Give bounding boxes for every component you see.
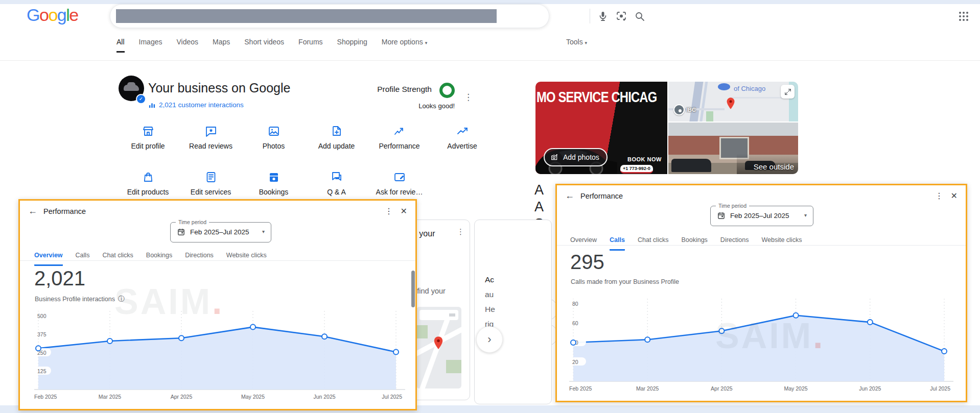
chart-point[interactable] (107, 338, 112, 344)
action-edit-profile[interactable]: Edit profile (116, 125, 179, 150)
performance-tab-overview[interactable]: Overview (570, 236, 597, 251)
chart-point[interactable] (719, 328, 724, 333)
profile-strength-ring[interactable] (439, 83, 455, 98)
performance-tab-directions[interactable]: Directions (720, 236, 749, 251)
caret-down-icon: ▾ (585, 40, 588, 45)
performance-tab-bookings[interactable]: Bookings (681, 236, 707, 251)
search-tab-more-options[interactable]: More options▾ (382, 38, 427, 53)
page: Google AllImagesVideosMapsShort videosFo… (0, 0, 980, 413)
street-view-thumbnail[interactable]: See outside (668, 123, 798, 174)
close-icon[interactable]: ✕ (951, 191, 958, 201)
performance-tab-chat-clicks[interactable]: Chat clicks (102, 252, 133, 266)
overflow-menu-icon[interactable]: ⋮ (935, 191, 943, 201)
apps-grid-icon[interactable] (958, 10, 970, 22)
camera-add-icon (550, 153, 559, 161)
time-period-field[interactable]: Time period Feb 2025–Jul 2025 ▾ (170, 222, 271, 242)
map-thumbnail[interactable]: of Chicago IBC (668, 82, 798, 122)
svg-text:60: 60 (572, 320, 578, 326)
time-period-value: Feb 2025–Jul 2025 (190, 228, 249, 236)
time-period-value: Feb 2025–Jul 2025 (730, 212, 789, 220)
search-tab-images[interactable]: Images (139, 38, 162, 53)
add-photos-button[interactable]: Add photos (544, 148, 608, 166)
caret-down-icon: ▾ (804, 212, 807, 218)
profile-strength-label: Profile Strength (353, 85, 432, 94)
logo-letter: e (69, 5, 78, 25)
search-bar[interactable] (110, 4, 549, 28)
time-period-field[interactable]: Time period Feb 2025–Jul 2025 ▾ (710, 206, 813, 226)
panel-scrollbar[interactable] (411, 271, 415, 307)
chart-point[interactable] (322, 334, 327, 339)
logo-letter: G (27, 5, 39, 25)
search-tab-short-videos[interactable]: Short videos (244, 38, 284, 53)
action-bookings[interactable]: Bookings (242, 171, 305, 196)
chart-point[interactable] (393, 350, 399, 355)
chart-point[interactable] (250, 325, 255, 330)
back-icon[interactable]: ← (565, 190, 574, 201)
performance-tab-website-clicks[interactable]: Website clicks (226, 252, 267, 266)
action-performance[interactable]: Performance (368, 125, 431, 150)
map-expand-button[interactable] (781, 85, 795, 99)
services-list-icon (205, 171, 217, 183)
map-marker-dot (673, 104, 685, 115)
knowledge-name-fragment: A (534, 182, 557, 199)
action-advertise[interactable]: Advertise (431, 125, 494, 150)
search-tab-shopping[interactable]: Shopping (337, 38, 367, 53)
search-tab-all[interactable]: All (116, 38, 125, 53)
metric-label: Business Profile interactions ⓘ (35, 295, 125, 304)
logo-letter: o (48, 5, 57, 25)
chart-point[interactable] (794, 313, 799, 318)
lens-icon[interactable] (615, 10, 627, 22)
chart-point[interactable] (645, 337, 650, 342)
google-logo[interactable]: Google (27, 5, 78, 25)
overflow-menu-icon[interactable]: ⋮ (385, 206, 393, 216)
performance-tab-overview[interactable]: Overview (34, 252, 63, 266)
svg-text:Mar 2025: Mar 2025 (636, 385, 659, 392)
calendar-icon (717, 211, 726, 220)
performance-tab-directions[interactable]: Directions (185, 252, 214, 266)
chart-point[interactable] (36, 346, 41, 351)
svg-text:Feb 2025: Feb 2025 (34, 394, 57, 400)
action-read-reviews[interactable]: Read reviews (179, 125, 242, 150)
rate-review-icon (205, 125, 217, 137)
card-overflow-menu[interactable]: ⋮ (457, 227, 464, 236)
performance-tab-calls[interactable]: Calls (76, 252, 90, 266)
business-overflow-menu[interactable]: ⋮ (464, 92, 473, 103)
svg-text:May 2025: May 2025 (784, 385, 808, 392)
tools-menu[interactable]: Tools ▾ (566, 38, 587, 46)
search-tab-forums[interactable]: Forums (298, 38, 322, 53)
business-banner-photo[interactable]: MO SERVICE CHICAG BOOK NOW +1 773-992-0 … (535, 82, 667, 174)
review-request-icon (393, 171, 406, 183)
map-pin-icon (433, 335, 444, 351)
shopping-bag-icon (142, 171, 154, 183)
chart-point[interactable] (942, 349, 947, 354)
business-photos-block: MO SERVICE CHICAG BOOK NOW +1 773-992-0 … (535, 82, 798, 174)
business-avatar[interactable]: ✓ (119, 76, 144, 101)
svg-text:500: 500 (37, 313, 46, 319)
performance-tab-calls[interactable]: Calls (610, 236, 625, 251)
chart-point[interactable] (179, 335, 184, 341)
search-tab-videos[interactable]: Videos (176, 38, 198, 53)
search-tab-maps[interactable]: Maps (213, 38, 230, 53)
card-text-fragment: Ac (485, 275, 494, 284)
search-tabs: AllImagesVideosMapsShort videosForumsSho… (116, 38, 427, 53)
action-photos[interactable]: Photos (242, 125, 305, 150)
performance-tab-website-clicks[interactable]: Website clicks (761, 236, 802, 251)
chart-point[interactable] (868, 320, 873, 325)
info-icon[interactable]: ⓘ (118, 295, 125, 304)
customer-interactions-link[interactable]: 2,021 customer interactions (148, 101, 244, 109)
search-icon[interactable] (634, 10, 646, 22)
action-ask-for-revie-[interactable]: Ask for revie… (368, 171, 431, 196)
map-shield-icon (717, 83, 731, 91)
action-edit-products[interactable]: Edit products (116, 171, 179, 196)
action-edit-services[interactable]: Edit services (179, 171, 242, 196)
back-icon[interactable]: ← (28, 206, 37, 216)
action-q-a[interactable]: Q & A (305, 171, 368, 196)
calls-line-chart: 20406080Feb 2025Mar 2025Apr 2025May 2025… (566, 288, 964, 400)
chart-point[interactable] (571, 340, 576, 345)
mic-icon[interactable] (597, 10, 609, 22)
close-icon[interactable]: ✕ (401, 206, 407, 216)
performance-tab-chat-clicks[interactable]: Chat clicks (638, 236, 668, 251)
carousel-next-button[interactable]: › (476, 326, 503, 353)
action-add-update[interactable]: Add update (305, 125, 368, 150)
performance-tab-bookings[interactable]: Bookings (146, 252, 172, 266)
